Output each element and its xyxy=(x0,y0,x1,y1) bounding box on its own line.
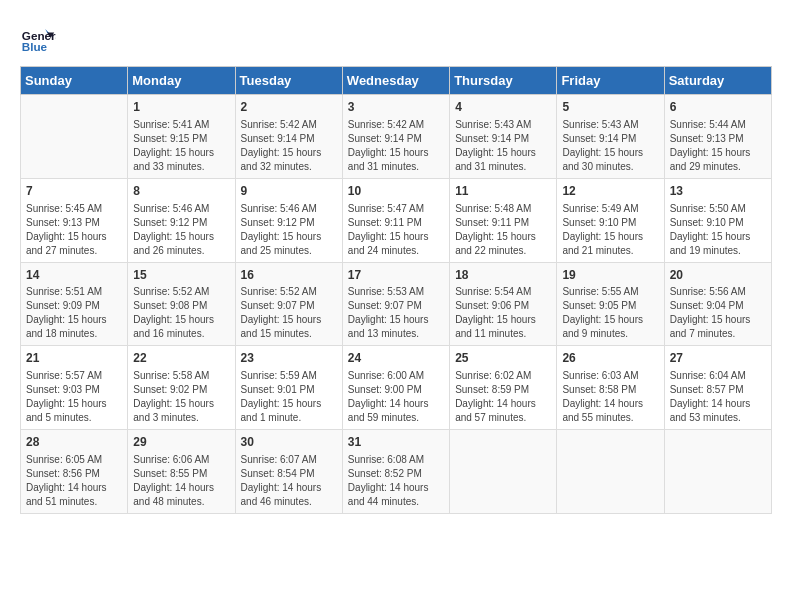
week-row-4: 21Sunrise: 5:57 AM Sunset: 9:03 PM Dayli… xyxy=(21,346,772,430)
day-info: Sunrise: 5:43 AM Sunset: 9:14 PM Dayligh… xyxy=(455,118,551,174)
day-number: 28 xyxy=(26,434,122,451)
day-number: 2 xyxy=(241,99,337,116)
logo-icon: General Blue xyxy=(20,20,56,56)
day-info: Sunrise: 5:55 AM Sunset: 9:05 PM Dayligh… xyxy=(562,285,658,341)
day-info: Sunrise: 5:58 AM Sunset: 9:02 PM Dayligh… xyxy=(133,369,229,425)
day-cell: 27Sunrise: 6:04 AM Sunset: 8:57 PM Dayli… xyxy=(664,346,771,430)
day-cell: 5Sunrise: 5:43 AM Sunset: 9:14 PM Daylig… xyxy=(557,95,664,179)
day-number: 18 xyxy=(455,267,551,284)
day-info: Sunrise: 5:46 AM Sunset: 9:12 PM Dayligh… xyxy=(241,202,337,258)
day-cell: 9Sunrise: 5:46 AM Sunset: 9:12 PM Daylig… xyxy=(235,178,342,262)
day-number: 17 xyxy=(348,267,444,284)
day-cell: 2Sunrise: 5:42 AM Sunset: 9:14 PM Daylig… xyxy=(235,95,342,179)
day-info: Sunrise: 6:02 AM Sunset: 8:59 PM Dayligh… xyxy=(455,369,551,425)
day-cell: 20Sunrise: 5:56 AM Sunset: 9:04 PM Dayli… xyxy=(664,262,771,346)
day-cell: 28Sunrise: 6:05 AM Sunset: 8:56 PM Dayli… xyxy=(21,430,128,514)
day-info: Sunrise: 5:45 AM Sunset: 9:13 PM Dayligh… xyxy=(26,202,122,258)
day-cell: 22Sunrise: 5:58 AM Sunset: 9:02 PM Dayli… xyxy=(128,346,235,430)
day-cell: 18Sunrise: 5:54 AM Sunset: 9:06 PM Dayli… xyxy=(450,262,557,346)
week-row-3: 14Sunrise: 5:51 AM Sunset: 9:09 PM Dayli… xyxy=(21,262,772,346)
week-row-5: 28Sunrise: 6:05 AM Sunset: 8:56 PM Dayli… xyxy=(21,430,772,514)
day-cell: 25Sunrise: 6:02 AM Sunset: 8:59 PM Dayli… xyxy=(450,346,557,430)
day-info: Sunrise: 5:47 AM Sunset: 9:11 PM Dayligh… xyxy=(348,202,444,258)
day-cell: 29Sunrise: 6:06 AM Sunset: 8:55 PM Dayli… xyxy=(128,430,235,514)
day-info: Sunrise: 5:59 AM Sunset: 9:01 PM Dayligh… xyxy=(241,369,337,425)
day-cell: 23Sunrise: 5:59 AM Sunset: 9:01 PM Dayli… xyxy=(235,346,342,430)
day-header-tuesday: Tuesday xyxy=(235,67,342,95)
day-cell xyxy=(664,430,771,514)
day-info: Sunrise: 5:53 AM Sunset: 9:07 PM Dayligh… xyxy=(348,285,444,341)
day-cell: 26Sunrise: 6:03 AM Sunset: 8:58 PM Dayli… xyxy=(557,346,664,430)
day-cell: 8Sunrise: 5:46 AM Sunset: 9:12 PM Daylig… xyxy=(128,178,235,262)
day-header-thursday: Thursday xyxy=(450,67,557,95)
days-header-row: SundayMondayTuesdayWednesdayThursdayFrid… xyxy=(21,67,772,95)
day-number: 1 xyxy=(133,99,229,116)
day-cell xyxy=(450,430,557,514)
day-cell: 19Sunrise: 5:55 AM Sunset: 9:05 PM Dayli… xyxy=(557,262,664,346)
day-info: Sunrise: 6:04 AM Sunset: 8:57 PM Dayligh… xyxy=(670,369,766,425)
day-number: 7 xyxy=(26,183,122,200)
day-info: Sunrise: 6:05 AM Sunset: 8:56 PM Dayligh… xyxy=(26,453,122,509)
day-info: Sunrise: 6:07 AM Sunset: 8:54 PM Dayligh… xyxy=(241,453,337,509)
day-info: Sunrise: 5:51 AM Sunset: 9:09 PM Dayligh… xyxy=(26,285,122,341)
day-number: 23 xyxy=(241,350,337,367)
week-row-1: 1Sunrise: 5:41 AM Sunset: 9:15 PM Daylig… xyxy=(21,95,772,179)
day-number: 25 xyxy=(455,350,551,367)
day-number: 13 xyxy=(670,183,766,200)
day-cell: 6Sunrise: 5:44 AM Sunset: 9:13 PM Daylig… xyxy=(664,95,771,179)
day-info: Sunrise: 6:08 AM Sunset: 8:52 PM Dayligh… xyxy=(348,453,444,509)
day-number: 24 xyxy=(348,350,444,367)
day-header-sunday: Sunday xyxy=(21,67,128,95)
day-cell: 1Sunrise: 5:41 AM Sunset: 9:15 PM Daylig… xyxy=(128,95,235,179)
day-info: Sunrise: 5:57 AM Sunset: 9:03 PM Dayligh… xyxy=(26,369,122,425)
day-info: Sunrise: 6:00 AM Sunset: 9:00 PM Dayligh… xyxy=(348,369,444,425)
logo: General Blue xyxy=(20,20,56,56)
day-cell: 14Sunrise: 5:51 AM Sunset: 9:09 PM Dayli… xyxy=(21,262,128,346)
day-number: 8 xyxy=(133,183,229,200)
day-number: 5 xyxy=(562,99,658,116)
day-cell: 24Sunrise: 6:00 AM Sunset: 9:00 PM Dayli… xyxy=(342,346,449,430)
day-info: Sunrise: 5:42 AM Sunset: 9:14 PM Dayligh… xyxy=(348,118,444,174)
day-header-monday: Monday xyxy=(128,67,235,95)
day-cell: 7Sunrise: 5:45 AM Sunset: 9:13 PM Daylig… xyxy=(21,178,128,262)
day-header-wednesday: Wednesday xyxy=(342,67,449,95)
day-number: 27 xyxy=(670,350,766,367)
svg-text:Blue: Blue xyxy=(22,40,48,53)
day-cell xyxy=(557,430,664,514)
day-number: 19 xyxy=(562,267,658,284)
day-number: 10 xyxy=(348,183,444,200)
day-info: Sunrise: 5:56 AM Sunset: 9:04 PM Dayligh… xyxy=(670,285,766,341)
day-number: 14 xyxy=(26,267,122,284)
day-number: 3 xyxy=(348,99,444,116)
week-row-2: 7Sunrise: 5:45 AM Sunset: 9:13 PM Daylig… xyxy=(21,178,772,262)
day-header-saturday: Saturday xyxy=(664,67,771,95)
day-number: 31 xyxy=(348,434,444,451)
day-cell: 10Sunrise: 5:47 AM Sunset: 9:11 PM Dayli… xyxy=(342,178,449,262)
day-cell: 17Sunrise: 5:53 AM Sunset: 9:07 PM Dayli… xyxy=(342,262,449,346)
day-cell: 16Sunrise: 5:52 AM Sunset: 9:07 PM Dayli… xyxy=(235,262,342,346)
day-number: 26 xyxy=(562,350,658,367)
day-number: 15 xyxy=(133,267,229,284)
day-cell: 13Sunrise: 5:50 AM Sunset: 9:10 PM Dayli… xyxy=(664,178,771,262)
day-info: Sunrise: 6:03 AM Sunset: 8:58 PM Dayligh… xyxy=(562,369,658,425)
day-info: Sunrise: 5:44 AM Sunset: 9:13 PM Dayligh… xyxy=(670,118,766,174)
day-cell: 11Sunrise: 5:48 AM Sunset: 9:11 PM Dayli… xyxy=(450,178,557,262)
day-cell: 12Sunrise: 5:49 AM Sunset: 9:10 PM Dayli… xyxy=(557,178,664,262)
day-info: Sunrise: 5:52 AM Sunset: 9:08 PM Dayligh… xyxy=(133,285,229,341)
day-info: Sunrise: 5:49 AM Sunset: 9:10 PM Dayligh… xyxy=(562,202,658,258)
day-number: 20 xyxy=(670,267,766,284)
day-number: 21 xyxy=(26,350,122,367)
day-info: Sunrise: 5:54 AM Sunset: 9:06 PM Dayligh… xyxy=(455,285,551,341)
day-number: 9 xyxy=(241,183,337,200)
day-number: 29 xyxy=(133,434,229,451)
day-info: Sunrise: 5:52 AM Sunset: 9:07 PM Dayligh… xyxy=(241,285,337,341)
day-cell: 31Sunrise: 6:08 AM Sunset: 8:52 PM Dayli… xyxy=(342,430,449,514)
day-cell xyxy=(21,95,128,179)
day-number: 16 xyxy=(241,267,337,284)
day-cell: 4Sunrise: 5:43 AM Sunset: 9:14 PM Daylig… xyxy=(450,95,557,179)
day-info: Sunrise: 5:50 AM Sunset: 9:10 PM Dayligh… xyxy=(670,202,766,258)
day-header-friday: Friday xyxy=(557,67,664,95)
day-info: Sunrise: 5:48 AM Sunset: 9:11 PM Dayligh… xyxy=(455,202,551,258)
day-info: Sunrise: 5:46 AM Sunset: 9:12 PM Dayligh… xyxy=(133,202,229,258)
day-info: Sunrise: 6:06 AM Sunset: 8:55 PM Dayligh… xyxy=(133,453,229,509)
